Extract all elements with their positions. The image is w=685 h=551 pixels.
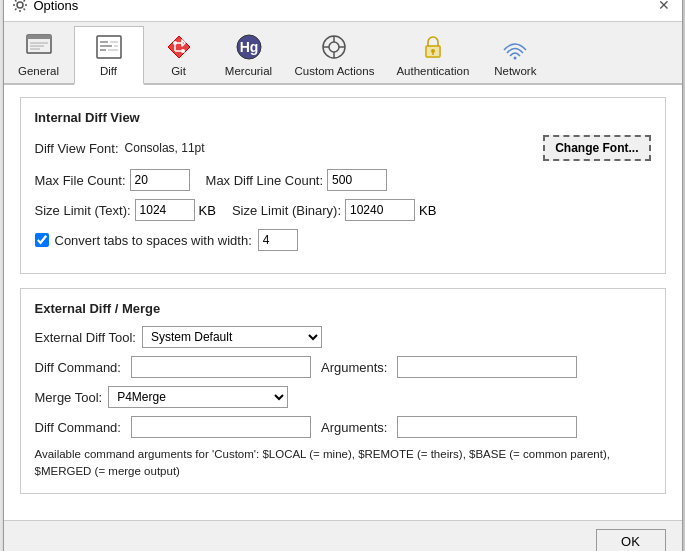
tab-network-label: Network [494, 65, 536, 77]
tab-custom-actions-label: Custom Actions [295, 65, 375, 77]
size-limit-row: Size Limit (Text): KB Size Limit (Binary… [35, 199, 651, 221]
tab-mercurial-label: Mercurial [225, 65, 272, 77]
size-text-input[interactable] [135, 199, 195, 221]
svg-point-27 [431, 49, 435, 53]
merge-tool-row: Merge Tool: P4Merge KDiff3 Beyond Compar… [35, 386, 651, 408]
svg-point-13 [173, 41, 177, 45]
arguments-label-2: Arguments: [321, 420, 387, 435]
size-binary-unit: KB [419, 203, 436, 218]
tab-git-label: Git [171, 65, 186, 77]
external-diff-tool-row: External Diff Tool: System Default Custo… [35, 326, 651, 348]
size-text-unit: KB [199, 203, 216, 218]
internal-diff-title: Internal Diff View [35, 110, 651, 125]
svg-point-14 [181, 49, 185, 53]
internal-diff-section: Internal Diff View Diff View Font: Conso… [20, 97, 666, 274]
external-diff-section: External Diff / Merge External Diff Tool… [20, 288, 666, 493]
svg-point-20 [329, 42, 339, 52]
title-bar-left: Options [12, 0, 79, 13]
arguments-input-2[interactable] [397, 416, 577, 438]
tab-git[interactable]: Git [144, 26, 214, 83]
size-binary-label: Size Limit (Binary): [232, 203, 341, 218]
tab-width-input[interactable] [258, 229, 298, 251]
tab-authentication[interactable]: Authentication [385, 26, 480, 83]
merge-tool-select[interactable]: P4Merge KDiff3 Beyond Compare System Def… [108, 386, 288, 408]
tab-bar: General Diff [4, 22, 682, 85]
window-title: Options [34, 0, 79, 13]
diff-command-input-1[interactable] [131, 356, 311, 378]
tab-general[interactable]: General [4, 26, 74, 83]
diff-command-row-1: Diff Command: Arguments: [35, 356, 651, 378]
svg-point-0 [17, 2, 23, 8]
font-label: Diff View Font: [35, 141, 119, 156]
git-icon [163, 31, 195, 63]
hint-text: Available command arguments for 'Custom'… [35, 446, 651, 478]
external-diff-tool-select[interactable]: System Default Custom [142, 326, 322, 348]
svg-rect-2 [27, 35, 51, 39]
options-icon [12, 0, 28, 13]
tab-general-label: General [18, 65, 59, 77]
diff-command-label-2: Diff Command: [35, 420, 121, 435]
max-diff-line-cell: Max Diff Line Count: [206, 169, 388, 191]
options-window: Options ✕ General [3, 0, 683, 551]
tab-diff-label: Diff [100, 65, 117, 77]
svg-rect-6 [97, 36, 121, 58]
general-icon [23, 31, 55, 63]
title-bar: Options ✕ [4, 0, 682, 22]
content-area: Internal Diff View Diff View Font: Conso… [4, 85, 682, 519]
convert-tabs-label: Convert tabs to spaces with width: [55, 233, 252, 248]
merge-tool-label: Merge Tool: [35, 390, 103, 405]
tab-custom-actions[interactable]: Custom Actions [284, 26, 386, 83]
external-diff-tool-label: External Diff Tool: [35, 330, 136, 345]
network-icon [499, 31, 531, 63]
authentication-icon [417, 31, 449, 63]
custom-actions-icon [318, 31, 350, 63]
svg-text:Hg: Hg [239, 39, 258, 55]
arguments-input-1[interactable] [397, 356, 577, 378]
tab-mercurial[interactable]: Hg Mercurial [214, 26, 284, 83]
max-diff-line-input[interactable] [327, 169, 387, 191]
font-row: Diff View Font: Consolas, 11pt Change Fo… [35, 135, 651, 161]
arguments-label-1: Arguments: [321, 360, 387, 375]
external-diff-title: External Diff / Merge [35, 301, 651, 316]
footer: OK [4, 520, 682, 551]
diff-command-row-2: Diff Command: Arguments: [35, 416, 651, 438]
diff-icon [93, 31, 125, 63]
size-binary-cell: Size Limit (Binary): KB [232, 199, 436, 221]
size-text-cell: Size Limit (Text): KB [35, 199, 216, 221]
convert-tabs-checkbox[interactable] [35, 233, 49, 247]
ok-button[interactable]: OK [596, 529, 666, 551]
diff-command-label-1: Diff Command: [35, 360, 121, 375]
diff-command-input-2[interactable] [131, 416, 311, 438]
size-text-label: Size Limit (Text): [35, 203, 131, 218]
tab-diff[interactable]: Diff [74, 26, 144, 85]
mercurial-icon: Hg [233, 31, 265, 63]
convert-tabs-row: Convert tabs to spaces with width: [35, 229, 651, 251]
tab-network[interactable]: Network [480, 26, 550, 83]
svg-point-29 [514, 57, 517, 60]
max-diff-line-label: Max Diff Line Count: [206, 173, 324, 188]
max-file-count-cell: Max File Count: [35, 169, 190, 191]
count-row: Max File Count: Max Diff Line Count: [35, 169, 651, 191]
tab-authentication-label: Authentication [396, 65, 469, 77]
close-button[interactable]: ✕ [654, 0, 674, 15]
font-value: Consolas, 11pt [125, 141, 205, 155]
max-file-count-label: Max File Count: [35, 173, 126, 188]
max-file-count-input[interactable] [130, 169, 190, 191]
size-binary-input[interactable] [345, 199, 415, 221]
change-font-button[interactable]: Change Font... [543, 135, 650, 161]
